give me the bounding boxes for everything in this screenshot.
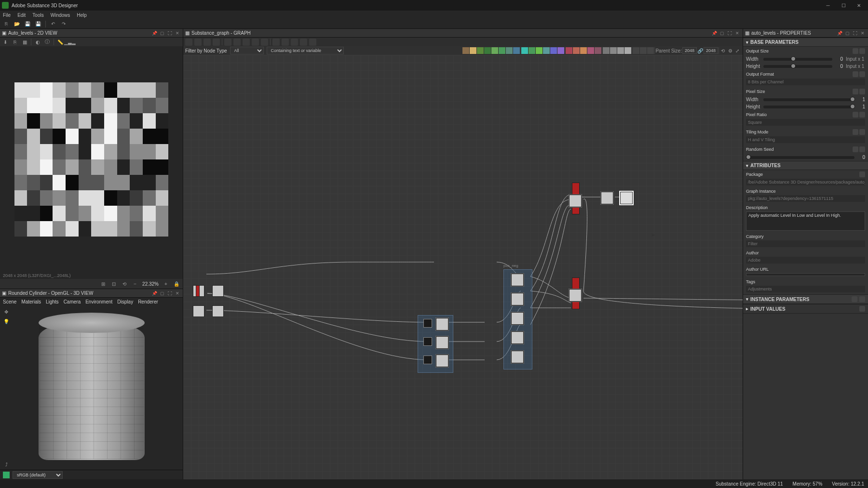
reset-view-icon[interactable]: ⟲ xyxy=(719,47,726,54)
atomic-node-icon[interactable] xyxy=(462,47,469,54)
menu-scene[interactable]: Scene xyxy=(3,299,16,304)
value2-node-icon[interactable] xyxy=(610,47,617,54)
menu-windows[interactable]: Windows xyxy=(51,13,70,18)
svg-node-icon[interactable] xyxy=(557,47,564,54)
filter-type-select[interactable]: All xyxy=(230,47,264,54)
inherit-icon[interactable] xyxy=(853,71,858,77)
base-params-header[interactable]: ▾ BASE PARAMETERS xyxy=(743,38,868,47)
align-v-icon[interactable] xyxy=(243,39,250,46)
instance-opt2-icon[interactable] xyxy=(859,296,865,302)
select-icon[interactable]: ▦ xyxy=(21,39,28,45)
menu-materials[interactable]: Materials xyxy=(21,299,41,304)
view2d-canvas[interactable] xyxy=(0,46,183,272)
close-panel-button[interactable]: ✕ xyxy=(174,30,181,37)
fx-node-icon[interactable] xyxy=(580,47,587,54)
menu-camera[interactable]: Camera xyxy=(64,299,81,304)
menu-renderer[interactable]: Renderer xyxy=(138,299,158,304)
small-node-3[interactable] xyxy=(423,356,432,364)
output-node-1[interactable] xyxy=(569,195,582,207)
layout-icon[interactable] xyxy=(261,39,268,46)
refresh-icon[interactable] xyxy=(282,39,289,46)
attributes-header[interactable]: ▾ ATTRIBUTES xyxy=(743,161,868,170)
save-all-icon[interactable]: 💾 xyxy=(35,21,41,27)
reset-icon[interactable] xyxy=(859,71,865,77)
inherit-icon[interactable] xyxy=(853,146,858,152)
home-icon[interactable] xyxy=(185,39,192,46)
close-button[interactable]: ✕ xyxy=(852,1,866,10)
pin-button[interactable]: 📌 xyxy=(836,30,843,37)
reset-icon[interactable] xyxy=(859,89,865,94)
maximize-panel-button[interactable]: ⛶ xyxy=(166,30,173,37)
grayscale-node-icon[interactable] xyxy=(499,47,505,54)
pin-button[interactable]: 📌 xyxy=(151,30,158,37)
pos-node-1[interactable] xyxy=(511,274,524,286)
parent-height[interactable]: 2048 xyxy=(704,47,718,54)
filter-node-1[interactable] xyxy=(436,318,448,330)
dock-button[interactable]: ▢ xyxy=(844,30,851,37)
export-icon[interactable]: ⬇ xyxy=(2,39,9,45)
open-icon[interactable]: 📂 xyxy=(14,21,20,27)
inherit-icon[interactable] xyxy=(853,129,858,135)
view3d-canvas[interactable]: ✥ 💡 ⤴ xyxy=(0,305,183,470)
distribute-icon[interactable] xyxy=(252,39,259,46)
pos-node-3[interactable] xyxy=(511,312,524,325)
histogram-icon[interactable]: ▁▃▂ xyxy=(67,39,73,45)
menu-display[interactable]: Display xyxy=(117,299,133,304)
output-node-icon[interactable] xyxy=(566,47,572,54)
flow-icon[interactable] xyxy=(647,47,654,54)
author-url-value[interactable] xyxy=(746,273,865,276)
width-slider[interactable] xyxy=(763,58,832,61)
zoom-out-icon[interactable]: − xyxy=(132,280,138,287)
input-node-3[interactable] xyxy=(193,305,204,317)
info-icon[interactable]: ⓘ xyxy=(44,39,51,45)
align-h-icon[interactable] xyxy=(233,39,241,46)
input-values-header[interactable]: ▸ INPUT VALUES xyxy=(743,304,868,314)
menu-edit[interactable]: Edit xyxy=(17,13,26,18)
pos-node-5[interactable] xyxy=(511,351,524,363)
maximize-panel-button[interactable]: ⛶ xyxy=(726,30,733,37)
gradient-node-icon[interactable] xyxy=(491,47,498,54)
fit-icon[interactable]: ⊡ xyxy=(110,280,117,287)
menu-lights[interactable]: Lights xyxy=(46,299,59,304)
edit-icon[interactable] xyxy=(309,39,316,46)
browse-icon[interactable] xyxy=(859,171,865,177)
dock-button[interactable]: ▢ xyxy=(159,290,165,297)
reset-icon[interactable] xyxy=(859,112,865,118)
value3-node-icon[interactable] xyxy=(617,47,624,54)
close-panel-button[interactable]: ✕ xyxy=(174,290,181,297)
preview-node[interactable] xyxy=(620,192,633,204)
info-tool-icon[interactable] xyxy=(213,39,220,46)
filter-node-3[interactable] xyxy=(436,355,448,367)
dock-button[interactable]: ▢ xyxy=(719,30,725,37)
options-icon[interactable]: ⚙ xyxy=(727,47,733,54)
filter-node-2[interactable] xyxy=(436,336,448,349)
menu-help[interactable]: Help xyxy=(77,13,87,18)
filter-contain-select[interactable]: Containing text or variable xyxy=(267,47,344,54)
hsl-node-icon[interactable] xyxy=(506,47,513,54)
expose-icon[interactable] xyxy=(291,39,298,46)
close-panel-button[interactable]: ✕ xyxy=(859,30,866,37)
pixel-node-icon[interactable] xyxy=(595,47,601,54)
move-gizmo-icon[interactable]: ✥ xyxy=(3,308,10,315)
menu-environment[interactable]: Environment xyxy=(85,299,112,304)
input-node-2[interactable] xyxy=(212,285,224,297)
auto-levels-node[interactable] xyxy=(601,192,613,204)
frame-icon[interactable] xyxy=(203,39,211,46)
output-node-2[interactable] xyxy=(569,289,582,302)
grid-icon[interactable]: ⊞ xyxy=(100,280,107,287)
input-node-icon[interactable] xyxy=(573,47,580,54)
parent-width[interactable]: 2048 xyxy=(682,47,697,54)
inherit-icon[interactable] xyxy=(853,89,858,94)
close-panel-button[interactable]: ✕ xyxy=(734,30,741,37)
value-node-icon[interactable] xyxy=(603,47,610,54)
lock-icon[interactable]: 🔒 xyxy=(173,280,180,287)
ps-height-slider[interactable] xyxy=(763,106,854,108)
new-icon[interactable]: ⎘ xyxy=(3,21,10,27)
link-mode2-icon[interactable] xyxy=(640,47,647,54)
sharpen-node-icon[interactable] xyxy=(529,47,535,54)
reset-icon[interactable] xyxy=(859,48,865,54)
maximize-panel-button[interactable]: ⛶ xyxy=(166,290,173,297)
seed-slider[interactable] xyxy=(746,156,854,159)
uniform-node-icon[interactable] xyxy=(543,47,550,54)
undo-icon[interactable]: ↶ xyxy=(50,21,56,27)
